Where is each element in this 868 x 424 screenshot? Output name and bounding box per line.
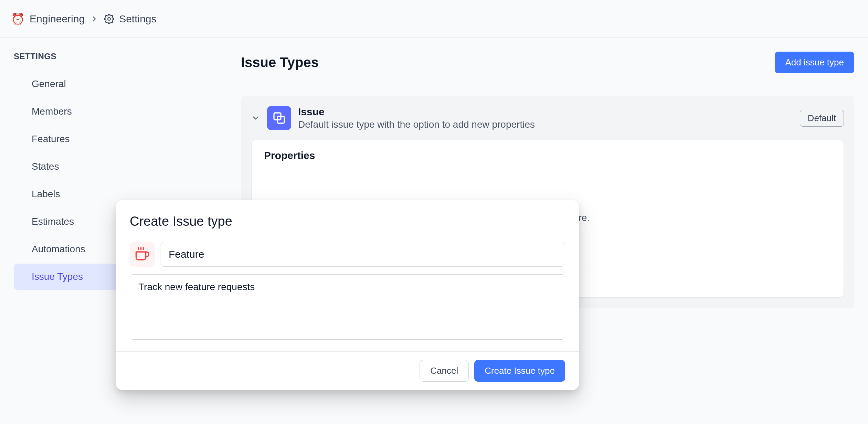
- issue-type-icon-picker[interactable]: [130, 242, 155, 267]
- issue-type-name-input[interactable]: [160, 242, 565, 267]
- issue-type-description-input[interactable]: [130, 274, 565, 340]
- modal-footer: Cancel Create Issue type: [116, 351, 579, 390]
- coffee-icon: [135, 247, 149, 262]
- create-issue-type-button[interactable]: Create Issue type: [474, 360, 565, 382]
- modal-overlay[interactable]: Create Issue type Cancel Create Issue ty…: [0, 0, 868, 424]
- create-issue-type-modal: Create Issue type Cancel Create Issue ty…: [116, 200, 579, 390]
- modal-title: Create Issue type: [130, 214, 565, 229]
- cancel-button[interactable]: Cancel: [420, 360, 469, 382]
